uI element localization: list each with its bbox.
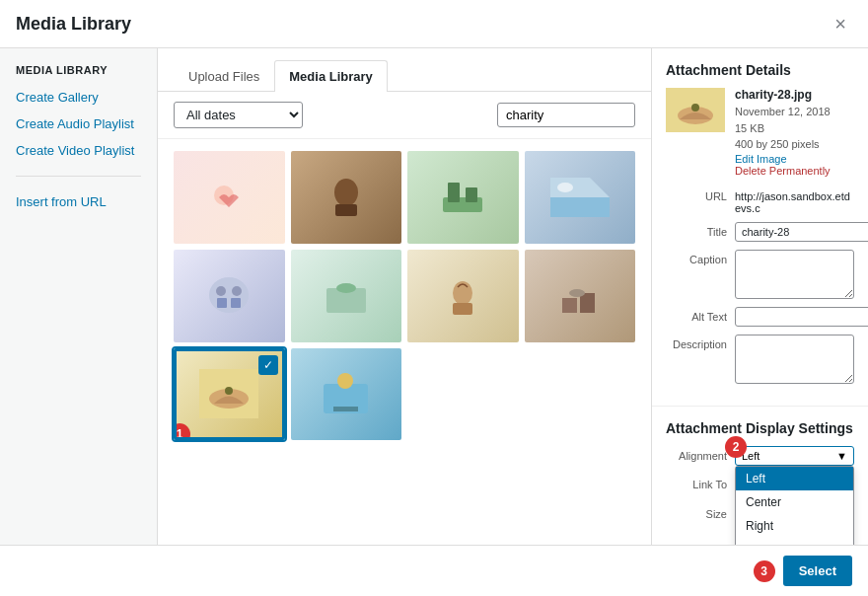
svg-rect-5 [466,187,477,202]
svg-rect-18 [562,298,577,313]
media-thumb-4[interactable] [525,151,636,244]
attachment-filename: charity-28.jpg [735,88,854,102]
media-thumb-6[interactable] [291,250,402,342]
check-mark: ✓ [258,355,278,375]
attachment-meta: charity-28.jpg November 12, 2018 15 KB 4… [735,88,854,177]
svg-rect-17 [453,303,472,315]
svg-point-20 [569,289,585,297]
alignment-option-center[interactable]: Center [736,490,853,514]
details-panel: Attachment Details charity-28.jpg Novemb… [651,48,868,545]
svg-rect-4 [448,183,460,202]
thumb-image-8 [552,273,607,318]
url-field-row: URL http://jason.sandbox.etdevs.c [666,186,854,214]
thumb-image-3 [438,178,487,217]
thumb-image-7 [438,273,487,318]
main-content: Upload Files Media Library All dates Jan… [158,48,651,545]
caption-field-row: Caption [666,250,854,299]
alignment-option-left[interactable]: Left [736,467,853,490]
media-thumb-8[interactable] [525,250,636,342]
select-button-wrapper: 3 Select [754,556,852,586]
sidebar-divider [16,176,141,177]
attachment-details-section: Attachment Details charity-28.jpg Novemb… [652,48,868,407]
svg-rect-13 [231,298,241,308]
alt-text-input[interactable] [735,307,868,327]
date-filter: All dates January 2019 December 2018 Nov… [174,102,303,128]
media-thumb-10[interactable] [291,348,402,441]
attachment-meta-row: charity-28.jpg November 12, 2018 15 KB 4… [666,88,854,177]
svg-point-23 [225,387,233,395]
attachment-fields: URL http://jason.sandbox.etdevs.c Title … [666,186,854,384]
title-field-row: Title [666,222,854,242]
media-thumb-1[interactable] [174,151,285,244]
svg-point-29 [691,104,699,112]
svg-point-15 [336,283,356,293]
svg-point-8 [557,183,573,192]
sidebar-item-create-audio-playlist[interactable]: Create Audio Playlist [0,111,157,137]
display-settings-section: Attachment Display Settings Alignment Le… [652,407,868,546]
attachment-thumbnail [666,88,725,132]
tab-upload-files[interactable]: Upload Files [174,60,274,92]
media-thumb-3[interactable] [407,151,519,244]
alignment-option-right[interactable]: Right [736,514,853,538]
alignment-option-none[interactable]: None [736,538,853,546]
thumb-inner-8 [525,250,636,342]
thumb-image-10 [319,369,373,418]
size-label: Size [666,508,735,520]
thumb-image-6 [322,273,371,318]
sidebar-item-create-video-playlist[interactable]: Create Video Playlist [0,137,157,164]
sidebar-item-create-gallery[interactable]: Create Gallery [0,84,157,111]
media-grid: ✓ 1 [174,151,635,440]
tab-media-library[interactable]: Media Library [274,60,388,92]
sidebar-item-insert-from-url[interactable]: Insert from URL [0,188,157,215]
thumb-image-4 [550,178,610,217]
search-input[interactable] [497,103,635,127]
thumb-inner-6 [291,250,402,342]
thumb-inner-10 [291,348,402,441]
attachment-filesize: 15 KB [735,120,854,137]
alignment-row: Alignment Left ▼ Left Center Right None … [666,446,854,466]
media-library-modal: Media Library × Media Library Create Gal… [0,0,868,596]
media-thumb-5[interactable] [174,250,285,342]
alt-text-label: Alt Text [666,307,735,323]
sidebar-title: Media Library [0,64,157,84]
thumb-inner-2 [291,151,402,244]
svg-rect-12 [217,298,227,308]
url-label: URL [666,186,735,202]
description-textarea[interactable] [735,335,854,384]
edit-image-link[interactable]: Edit Image [735,153,854,165]
toolbar: All dates January 2019 December 2018 Nov… [158,92,651,139]
sidebar: Media Library Create Gallery Create Audi… [0,48,158,545]
attachment-date: November 12, 2018 [735,104,854,120]
media-thumb-7[interactable] [407,250,519,342]
svg-rect-6 [550,197,610,217]
select-button[interactable]: Select [783,556,852,586]
link-to-label: Link To [666,479,735,490]
close-button[interactable]: × [829,12,852,36]
date-select[interactable]: All dates January 2019 December 2018 Nov… [174,102,303,128]
alignment-select-display[interactable]: Left ▼ [735,446,854,466]
attachment-dimensions: 400 by 250 pixels [735,136,854,153]
modal-body: Media Library Create Gallery Create Audi… [0,48,868,545]
attachment-thumb-image [666,88,725,132]
svg-point-11 [232,286,242,296]
delete-permanently-link[interactable]: Delete Permanently [735,165,854,177]
description-label: Description [666,335,735,350]
alignment-dropdown: Left Center Right None [735,466,854,546]
svg-rect-26 [333,407,358,411]
caption-textarea[interactable] [735,250,854,299]
svg-point-25 [337,373,353,389]
thumb-image-5 [199,273,258,318]
media-thumb-9[interactable]: ✓ 1 [174,348,285,441]
media-thumb-2[interactable] [291,151,402,244]
thumb-inner-7 [407,250,519,342]
tabs-bar: Upload Files Media Library [158,48,651,92]
description-field-row: Description [666,335,854,384]
badge-2: 2 [725,436,747,458]
alignment-chevron-icon: ▼ [836,450,847,462]
thumb-inner-1 [174,151,285,244]
badge-3: 3 [754,560,775,582]
modal-footer: 3 Select [0,545,868,596]
thumb-inner-4 [525,151,636,244]
title-input[interactable] [735,222,868,242]
attachment-details-title: Attachment Details [666,62,854,78]
